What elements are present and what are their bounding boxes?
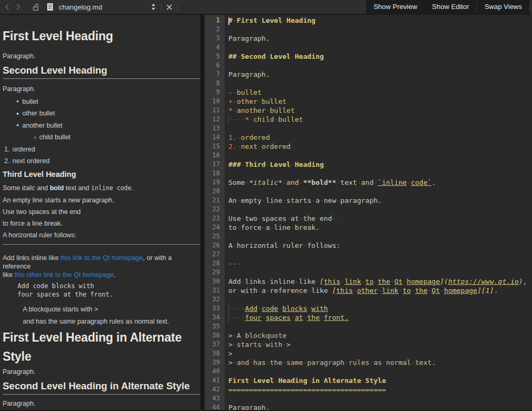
whitespace-dots: ···· <box>228 313 245 322</box>
document-switcher-button[interactable] <box>151 3 156 11</box>
editor-line[interactable]: A·horizontal·ruler·follows: <box>228 241 532 250</box>
editor-line[interactable] <box>228 367 532 376</box>
editor-line[interactable]: >·A·blockquote <box>228 331 532 340</box>
editor-line[interactable] <box>228 394 532 403</box>
editor-line[interactable]: Some·*italic*·and·**bold**·text·and·`inl… <box>228 178 532 187</box>
whitespace-dots: · <box>249 115 253 124</box>
code-segment: starts <box>287 196 312 204</box>
editor-line[interactable]: Use·two·spaces·at·the·end·· <box>228 214 532 223</box>
editor-line[interactable] <box>228 322 532 331</box>
list-item: ■other bullet <box>3 108 197 120</box>
editor-line[interactable]: -·bullet <box>228 88 532 97</box>
editor-line[interactable]: 1.·ordered <box>228 133 532 142</box>
code-segment: text <box>340 178 357 186</box>
whitespace-dots: · <box>233 16 237 25</box>
editor-line[interactable] <box>228 61 532 70</box>
editor-line[interactable]: ····four·spaces·at·the·front. <box>228 313 532 322</box>
code-segment: * <box>245 115 249 123</box>
editor-line[interactable]: *·another·bullet <box>228 106 532 115</box>
open-document-name[interactable]: changelog.md <box>59 3 102 11</box>
code-segment: this <box>336 287 353 294</box>
code-segment: ordered <box>241 133 270 141</box>
preview-heading-h1: First Level Heading in Alternate Style <box>3 328 197 366</box>
editor-line[interactable]: First·Level·Heading·in·Alternate·Style <box>228 376 532 385</box>
editor-line[interactable]: An·empty·line·starts·a·new·paragraph. <box>228 196 532 205</box>
editor-line[interactable] <box>228 79 532 88</box>
code-segment: Heading <box>295 52 324 60</box>
document-icon <box>47 3 54 11</box>
code-segment: Second <box>241 52 265 60</box>
preview-link[interactable]: this other link to the Qt homepage <box>14 271 114 279</box>
editor-line[interactable] <box>228 205 532 214</box>
editor-line[interactable] <box>228 268 532 277</box>
preview-blockquote: A blockquote starts with >and has the sa… <box>23 303 197 328</box>
preview-link[interactable]: this link to the Qt homepage <box>60 254 143 262</box>
close-document-button[interactable] <box>166 4 172 10</box>
editor-line[interactable] <box>228 295 532 304</box>
editor-line[interactable]: Add·links·inline·like·[this·link·to·the·… <box>228 277 532 286</box>
code-segment: ====================================== <box>228 386 386 394</box>
editor-line[interactable]: #·First·Level·Heading <box>228 16 532 25</box>
code-segment: same <box>287 359 303 367</box>
code-segment: bullet <box>278 115 303 123</box>
editor-line[interactable] <box>228 232 532 241</box>
list-item-text: next ordered <box>12 157 49 165</box>
line-number: 39 <box>205 358 225 367</box>
show-preview-button[interactable]: Show Preview <box>366 0 424 14</box>
editor-line[interactable]: +·other·bullet <box>228 97 532 106</box>
text-segment: Add links inline like <box>3 254 60 262</box>
whitespace-dots: · <box>258 214 262 223</box>
code-segment: ] <box>440 278 444 285</box>
code-segment: [ <box>320 278 324 285</box>
line-number: 14 <box>205 133 225 142</box>
code-segment: other <box>237 97 258 105</box>
whitespace-dots: ···· <box>228 115 245 124</box>
editor-line[interactable]: >·starts·with·> <box>228 340 532 349</box>
editor-line[interactable]: ###·Third·Level·Heading <box>228 160 532 169</box>
editor-line[interactable]: or·with·a·reference·like·[this·other·lin… <box>228 286 532 295</box>
up-down-arrows-icon <box>151 3 156 11</box>
editor-line[interactable]: 2.·next·ordered <box>228 142 532 151</box>
editor-line[interactable] <box>228 43 532 52</box>
editor-line[interactable] <box>228 124 532 133</box>
editor-line[interactable]: ##·Second·Level·Heading <box>228 52 532 61</box>
chevron-left-icon <box>5 3 10 11</box>
editor-line[interactable] <box>228 187 532 196</box>
code-segment: at <box>295 314 303 321</box>
editor-line[interactable]: --- <box>228 259 532 268</box>
swap-views-button[interactable]: Swap Views <box>477 0 529 14</box>
line-number: 17 <box>205 160 225 169</box>
code-segment: First <box>237 16 258 24</box>
markdown-editor-window: changelog.md Show Preview Show Editor Sw… <box>0 0 532 411</box>
back-button[interactable] <box>5 3 10 11</box>
code-segment: starts <box>237 341 262 349</box>
code-area[interactable]: #·First·Level·HeadingParagraph.##·Second… <box>225 15 532 410</box>
editor-line[interactable]: to·force·a·line·break. <box>228 223 532 232</box>
code-segment: An <box>228 196 237 204</box>
editor-line[interactable] <box>228 169 532 178</box>
forward-button[interactable] <box>16 3 21 11</box>
line-number: 22 <box>205 205 225 214</box>
editor-line[interactable]: Paragraph. <box>228 70 532 79</box>
editor-line[interactable]: ····Add·code·blocks·with <box>228 304 532 313</box>
whitespace-dots: ·· <box>332 214 341 223</box>
line-number: 40 <box>205 367 225 376</box>
whitespace-dots: · <box>307 304 312 313</box>
editor-line[interactable]: > <box>228 349 532 358</box>
pane-divider[interactable] <box>200 15 205 410</box>
editor-line[interactable]: Paragraph. <box>228 403 532 410</box>
code-segment: like <box>312 287 328 294</box>
editor-line[interactable] <box>228 25 532 34</box>
editor-line[interactable]: >·and·has·the·same·paragraph·rules·as·no… <box>228 358 532 367</box>
editor-line[interactable]: ====================================== <box>228 385 532 394</box>
whitespace-dots: · <box>403 277 407 286</box>
editor-line[interactable] <box>228 250 532 259</box>
code-segment: to <box>228 224 237 231</box>
editor-line[interactable] <box>228 151 532 160</box>
show-editor-button[interactable]: Show Editor <box>424 0 476 14</box>
code-segment: the <box>378 278 390 285</box>
editor-line[interactable]: Paragraph. <box>228 34 532 43</box>
editor-line[interactable]: ····*·child·bullet <box>228 115 532 124</box>
whitespace-dots: · <box>344 358 349 367</box>
code-segment: four <box>245 314 261 321</box>
